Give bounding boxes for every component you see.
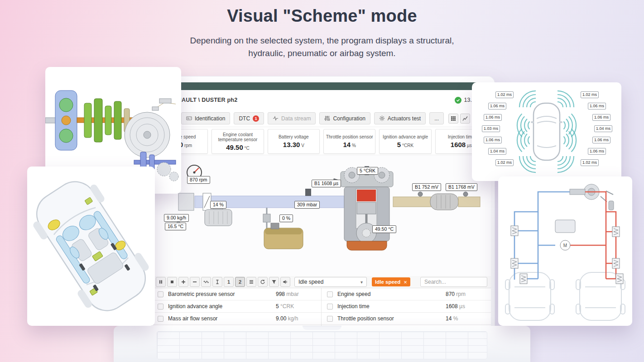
sensor-card: Throttle position sensor14 %: [323, 129, 375, 154]
svg-text:M: M: [563, 243, 567, 248]
row-checkbox[interactable]: [158, 304, 163, 310]
app-titlebar: [152, 82, 491, 90]
view-chart-button[interactable]: [460, 114, 470, 124]
dtc-badge: 1: [253, 115, 259, 122]
sensor-card-title: Ignition advance angle: [383, 134, 428, 140]
table-row[interactable]: Injection time1608 µs: [322, 300, 491, 313]
param-name: Barometric pressure sensor: [168, 291, 276, 297]
filter-chip-idle-speed[interactable]: Idle speed ×: [372, 277, 410, 286]
check-circle-icon: [455, 97, 461, 104]
subtitle-line-2: hydraulic, pneumatic or airbag system.: [0, 47, 644, 60]
row-checkbox[interactable]: [327, 304, 333, 310]
filter-button[interactable]: [269, 277, 279, 287]
tab-bar: IdentificationDTC1Data streamConfigurati…: [152, 110, 491, 127]
sensor-card-value: 1608 µs: [451, 141, 472, 148]
tab-configuration[interactable]: Configuration: [319, 112, 370, 124]
sensor-time-label: 1.06 ms: [484, 114, 502, 121]
page-title: Visual "Scheme" mode: [0, 6, 644, 26]
stop-button[interactable]: [167, 277, 177, 287]
unit: °C: [243, 146, 250, 151]
tab-identification[interactable]: Identification: [181, 112, 230, 124]
sensor-time-label: 1.04 ms: [594, 125, 612, 132]
param-value: 1608 µs: [446, 303, 491, 310]
sensor-card-value: 14 %: [343, 141, 356, 148]
promo-page: Visual "Scheme" mode Depending on the se…: [0, 0, 644, 362]
laptop-base: [114, 326, 530, 362]
hydraulic-diagram: M: [498, 176, 632, 326]
minus-button[interactable]: [190, 277, 200, 287]
select-value: Idle speed: [298, 279, 323, 285]
engine-schematic: [152, 155, 491, 276]
table-row[interactable]: Mass air flow sensor9.00 kg/h: [152, 313, 321, 325]
value: 14: [343, 141, 351, 148]
diagram-value-label: 49.50 °C: [372, 225, 396, 233]
row-checkbox[interactable]: [158, 291, 163, 297]
volume-button[interactable]: [280, 277, 290, 287]
table-row[interactable]: Throttle position sensor14 %: [322, 313, 491, 325]
tab-more[interactable]: ...: [429, 112, 444, 124]
chip-label: Idle speed: [375, 279, 400, 285]
sensor-time-label: 1.02 ms: [581, 91, 599, 98]
hydraulic-scheme-card: M: [498, 176, 632, 326]
plus-button[interactable]: [178, 277, 188, 287]
param-name: Mass air flow sensor: [168, 315, 276, 322]
wave-button[interactable]: [201, 277, 211, 287]
page-2-button[interactable]: 2: [235, 277, 245, 287]
table-row[interactable]: Barometric pressure sensor998 mbar: [152, 288, 321, 300]
laptop-screen: RENAULT \ DUSTER ph2 13. IdentificationD…: [148, 76, 495, 328]
sensor-time-label: 1.06 ms: [592, 137, 610, 143]
tab-actuators-test[interactable]: Actuators test: [374, 112, 426, 124]
parameter-group-select[interactable]: Idle speed ▾: [294, 277, 367, 287]
table-column-left: Barometric pressure sensor998 mbarIgniti…: [152, 288, 322, 328]
gear-icon: [379, 115, 385, 121]
param-name: Ignition advance angle: [168, 303, 276, 310]
refresh-button[interactable]: [258, 277, 268, 287]
diagram-value-label: B1 1768 mV: [446, 183, 477, 191]
param-value: 998 mbar: [276, 291, 321, 297]
list-button[interactable]: [246, 277, 256, 287]
sensor-card-row: Engine speed870 rpmEngine coolant temper…: [156, 129, 487, 154]
param-name: Engine speed: [337, 291, 446, 297]
sensor-time-label: 1.04 ms: [488, 148, 506, 155]
sensor-card-title: Engine coolant temperature sensor: [214, 132, 261, 143]
sliders-icon: [324, 115, 330, 121]
stream-icon: [273, 115, 279, 121]
tab-dtc[interactable]: DTC1: [234, 112, 264, 124]
row-checkbox[interactable]: [327, 316, 333, 322]
row-checkbox[interactable]: [158, 316, 163, 322]
tab-data-stream[interactable]: Data stream: [268, 112, 316, 124]
unit: rpm: [455, 291, 466, 297]
scheme-view: 870 rpmB1 1608 µs5 °CRKB1 752 mVB1 1768 …: [152, 155, 491, 277]
search-input[interactable]: [420, 277, 487, 287]
sensor-time-label: 1.03 ms: [482, 125, 500, 132]
param-value: 14 %: [446, 315, 491, 322]
chevron-down-icon: ▾: [360, 280, 363, 285]
value: 5: [397, 141, 401, 148]
idcard-icon: [186, 115, 192, 121]
sensor-card-title: Throttle position sensor: [326, 134, 373, 140]
table-row[interactable]: Engine speed870 rpm: [322, 288, 491, 300]
sensor-time-label: 1.06 ms: [588, 148, 606, 155]
connection-status: 13.: [455, 97, 472, 104]
table-row[interactable]: Ignition advance angle5 °CRK: [152, 300, 321, 313]
tab-label: Configuration: [333, 115, 365, 122]
tab-label: Data stream: [281, 115, 311, 122]
ibeam-button[interactable]: [212, 277, 222, 287]
unit: %: [351, 143, 356, 148]
param-value: 9.00 kg/h: [276, 315, 321, 322]
unit: kg/h: [286, 315, 298, 322]
diagram-value-label: 9.00 kg/h: [164, 214, 189, 222]
sensor-card-value: 5 °CRK: [397, 141, 413, 148]
chip-close-icon[interactable]: ×: [404, 279, 407, 285]
app-window: RENAULT \ DUSTER ph2 13. IdentificationD…: [152, 82, 491, 328]
page-1-button[interactable]: 1: [224, 277, 234, 287]
unit: °CRK: [401, 143, 413, 148]
pause-button[interactable]: [156, 277, 166, 287]
airbag-diagram: [27, 167, 155, 326]
tab-label: Identification: [195, 115, 225, 122]
sensor-time-label: 1.02 ms: [495, 159, 514, 166]
unit: %: [452, 315, 458, 322]
row-checkbox[interactable]: [327, 291, 333, 297]
unit: µs: [466, 143, 472, 148]
view-grid-button[interactable]: [448, 114, 458, 124]
